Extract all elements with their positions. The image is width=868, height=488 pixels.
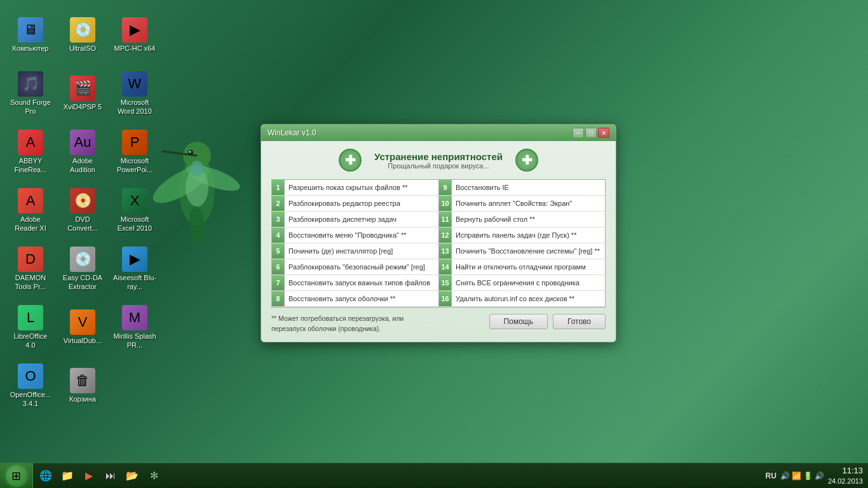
item-text-6: Разблокировать "безопасный режим" [reg] xyxy=(285,261,429,273)
item-text-14: Найти и отключить отладчики программ xyxy=(452,261,590,273)
desktop-icon-recycle[interactable]: 🗑 Корзина xyxy=(58,357,107,414)
dialog-header: ✚ Устранение неприятностей Прощальный по… xyxy=(271,149,606,172)
item-row-3: 3 Разблокировать диспетчер задач xyxy=(272,212,438,227)
item-row-16: 16 Удалить autorun.inf со всех дисков ** xyxy=(438,291,605,307)
item-num-16: 16 xyxy=(439,291,452,306)
icon-label-aiseesoft: Aiseesoft Blu-ray... xyxy=(113,274,156,290)
icon-label-soundforge: Sound Forge Pro xyxy=(9,98,52,115)
item-text-8: Восстановить запуск оболочки ** xyxy=(285,292,399,305)
desktop-icon-acrobat[interactable]: A Adobe Reader XI xyxy=(6,182,55,239)
icon-label-xvid: XviD4PSP 5 xyxy=(64,103,102,111)
item-text-5: Починить (де) инсталлятор [reg] xyxy=(285,245,397,257)
icon-img-word: W xyxy=(122,71,147,97)
icon-img-recycle: 🗑 xyxy=(70,368,95,393)
desktop-icon-xvid[interactable]: 🎬 XviD4PSP 5 xyxy=(58,65,107,122)
item-num-12: 12 xyxy=(439,227,452,243)
item-text-13: Починить "Восстановление системы" [reg] … xyxy=(452,245,604,257)
desktop-icon-audition[interactable]: Au Adobe Audition xyxy=(58,123,107,180)
dialog-header-text: Устранение неприятностей Прощальный пода… xyxy=(374,151,503,170)
minimize-button[interactable]: ─ xyxy=(573,128,584,138)
item-row-14: 14 Найти и отключить отладчики программ xyxy=(438,259,605,275)
icon-img-abbyy: A xyxy=(18,130,43,155)
desktop-icon-abbyy[interactable]: A ABBYY FineRea... xyxy=(6,123,55,180)
icon-label-mirillis: Mirillis Splash PR... xyxy=(113,332,156,349)
desktop-icon-mirillis[interactable]: M Mirillis Splash PR... xyxy=(111,299,159,356)
icon-img-dvd: 📀 xyxy=(70,188,95,214)
icon-img-openoffice: O xyxy=(18,363,43,389)
tray-network-icon: 🔊 xyxy=(780,471,790,480)
desktop-icon-daemon[interactable]: D DAEMON Tools Pr... xyxy=(6,240,55,297)
item-num-10: 10 xyxy=(439,196,452,211)
start-button[interactable]: ⊞ xyxy=(0,463,33,489)
desktop-icon-libreoffice[interactable]: L LibreOffice 4.0 xyxy=(6,299,55,356)
items-grid: 1 Разрешить показ скрытых файлов ** 9 Во… xyxy=(271,179,606,308)
desktop-icon-dvd[interactable]: 📀 DVD Convert... xyxy=(58,182,107,239)
icon-label-libreoffice: LibreOffice 4.0 xyxy=(9,332,52,349)
tray-speaker-icon: 🔊 xyxy=(815,471,824,480)
item-row-15: 15 Снять ВСЕ ограничения с проводника xyxy=(438,275,605,291)
item-text-16: Удалить autorun.inf со всех дисков ** xyxy=(452,292,578,305)
footer-buttons: Помощь Готово xyxy=(489,314,606,329)
item-num-15: 15 xyxy=(439,275,452,290)
tray-clock: 11:13 24.02.2013 xyxy=(828,466,863,485)
help-button[interactable]: Помощь xyxy=(489,314,548,329)
item-row-11: 11 Вернуть рабочий стол ** xyxy=(438,212,605,227)
tray-battery-icon: 🔋 xyxy=(803,471,813,480)
item-text-4: Восстановить меню "Проводника" ** xyxy=(285,229,410,241)
icon-label-acrobat: Adobe Reader XI xyxy=(9,215,52,232)
footer-note: ** Может потребоваться перезагрузка, или… xyxy=(271,314,417,334)
icon-label-audition: Adobe Audition xyxy=(61,157,104,173)
dialog-body: ✚ Устранение неприятностей Прощальный по… xyxy=(261,141,616,342)
desktop: 🖥 Компьютер 💿 UltraISO ▶ MPC-HC x64 🎵 So… xyxy=(0,0,868,463)
dialog-footer: ** Может потребоваться перезагрузка, или… xyxy=(271,314,606,334)
item-text-11: Вернуть рабочий стол ** xyxy=(452,213,539,226)
done-button[interactable]: Готово xyxy=(553,314,606,329)
item-row-12: 12 Исправить панель задач (где Пуск) ** xyxy=(438,227,605,243)
maximize-button[interactable]: □ xyxy=(585,128,597,138)
dialog-header-title: Устранение неприятностей xyxy=(374,151,503,162)
desktop-icon-mpc[interactable]: ▶ MPC-HC x64 xyxy=(111,6,159,64)
desktop-icon-virtualdub[interactable]: V VirtualDub... xyxy=(58,299,107,356)
taskbar-folder2-icon[interactable]: 📂 xyxy=(122,466,142,486)
taskbar-skip-icon[interactable]: ⏭ xyxy=(100,466,121,486)
item-text-10: Починить апплет "Свойства: Экран" xyxy=(452,197,576,210)
desktop-icon-soundforge[interactable]: 🎵 Sound Forge Pro xyxy=(6,65,55,122)
taskbar-media-icon[interactable]: ▶ xyxy=(79,466,99,486)
taskbar-extra-icon[interactable]: ✻ xyxy=(144,466,164,486)
item-row-13: 13 Починить "Восстановление системы" [re… xyxy=(438,243,605,259)
dialog-header-subtitle: Прощальный подарок вируса... xyxy=(374,162,503,170)
icon-label-easycd: Easy CD-DA Extractor xyxy=(61,274,104,290)
icon-img-mirillis: M xyxy=(122,305,147,330)
cross-icon-right: ✚ xyxy=(515,149,538,172)
taskbar-ie-icon[interactable]: 🌐 xyxy=(36,466,56,486)
taskbar: ⊞ 🌐 📁 ▶ ⏭ 📂 ✻ RU 🔊 📶 🔋 🔊 11:13 24.02.201… xyxy=(0,463,868,488)
icon-label-computer: Компьютер xyxy=(13,44,49,53)
tray-icons: 🔊 📶 🔋 🔊 xyxy=(780,471,824,480)
item-row-9: 9 Восстановить IE xyxy=(438,180,605,196)
icon-label-mpc: MPC-HC x64 xyxy=(114,44,156,53)
dialog-controls: ─ □ ✕ xyxy=(573,128,609,138)
item-text-1: Разрешить показ скрытых файлов ** xyxy=(285,181,412,194)
item-text-2: Разблокировать редактор реестра xyxy=(285,197,404,210)
desktop-icon-openoffice[interactable]: O OpenOffice... 3.4.1 xyxy=(6,357,55,414)
taskbar-explorer-icon[interactable]: 📁 xyxy=(57,466,78,486)
desktop-icon-ultraiso[interactable]: 💿 UltraISO xyxy=(58,6,107,64)
item-row-6: 6 Разблокировать "безопасный режим" [reg… xyxy=(272,259,438,275)
item-text-12: Исправить панель задач (где Пуск) ** xyxy=(452,229,580,241)
item-row-5: 5 Починить (де) инсталлятор [reg] xyxy=(272,243,438,259)
cross-icon-left: ✚ xyxy=(339,149,362,172)
icon-img-ultraiso: 💿 xyxy=(70,17,95,43)
item-row-4: 4 Восстановить меню "Проводника" ** xyxy=(272,227,438,243)
start-orb: ⊞ xyxy=(6,465,27,487)
icon-img-daemon: D xyxy=(18,247,43,272)
close-button[interactable]: ✕ xyxy=(598,128,609,138)
icon-label-daemon: DAEMON Tools Pr... xyxy=(9,274,52,290)
taskbar-quicklaunch: 🌐 📁 ▶ ⏭ 📂 ✻ xyxy=(33,466,166,486)
desktop-icon-computer[interactable]: 🖥 Компьютер xyxy=(6,6,55,64)
icon-img-mpc: ▶ xyxy=(122,17,147,43)
taskbar-tray: RU 🔊 📶 🔋 🔊 11:13 24.02.2013 xyxy=(761,466,868,485)
desktop-icon-easycd[interactable]: 💿 Easy CD-DA Extractor xyxy=(58,240,107,297)
item-num-11: 11 xyxy=(439,212,452,227)
item-num-9: 9 xyxy=(439,180,452,195)
item-row-1: 1 Разрешить показ скрытых файлов ** xyxy=(272,180,438,196)
